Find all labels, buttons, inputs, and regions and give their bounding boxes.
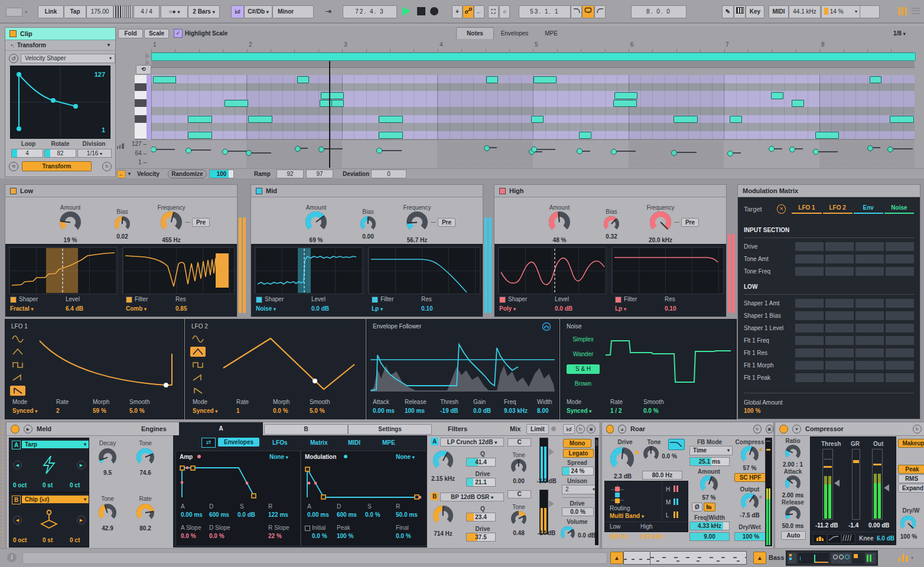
- roar-drive-knob[interactable]: [610, 447, 634, 471]
- out-meter[interactable]: [872, 449, 883, 520]
- midi-note[interactable]: [225, 100, 248, 107]
- shaper-display[interactable]: [498, 247, 607, 294]
- mix-b-tone-knob[interactable]: [511, 511, 526, 526]
- piano-key[interactable]: [135, 107, 147, 116]
- hot-swap-icon[interactable]: ↻: [913, 425, 922, 434]
- lane-collapse-icon[interactable]: ←: [117, 170, 126, 178]
- rate-knob[interactable]: [136, 504, 154, 522]
- expand-icon[interactable]: ▲: [618, 425, 626, 434]
- matrix-cell[interactable]: [795, 361, 824, 370]
- device-chain-thumbnail[interactable]: [786, 550, 878, 566]
- device-on-toggle[interactable]: [779, 425, 788, 434]
- out-drive-field[interactable]: 0.0 %: [562, 507, 594, 516]
- engine-b-select[interactable]: Chip (♭♯)▾: [22, 496, 89, 503]
- piano-key[interactable]: [135, 131, 147, 140]
- ramp-start-field[interactable]: 92: [276, 170, 304, 178]
- velocity-marker[interactable]: [484, 145, 490, 151]
- matrix-cell[interactable]: [855, 255, 884, 263]
- env-thresh[interactable]: -19 dB: [440, 408, 458, 414]
- compress-knob[interactable]: [741, 446, 759, 464]
- filter-res[interactable]: 0.10: [665, 305, 676, 312]
- filter-type-select[interactable]: Lp ▾: [615, 305, 626, 312]
- matrix-cell[interactable]: [886, 267, 914, 276]
- matrix-cell[interactable]: [795, 336, 824, 345]
- square-wave-icon[interactable]: [190, 360, 206, 370]
- device-on-toggle[interactable]: [606, 425, 614, 434]
- thresh-meter[interactable]: [822, 449, 833, 520]
- velocity-marker[interactable]: [671, 150, 677, 156]
- output-knob[interactable]: [741, 493, 759, 511]
- reload-tool-icon[interactable]: ↺: [9, 54, 18, 63]
- bias-value[interactable]: 0.00: [355, 233, 381, 240]
- peak-button[interactable]: Peak: [898, 465, 924, 474]
- frequency-knob[interactable]: [161, 211, 182, 233]
- amount-knob[interactable]: [549, 211, 570, 233]
- hot-swap-icon[interactable]: ↻: [753, 425, 761, 434]
- triangle-wave-icon[interactable]: [10, 347, 25, 357]
- amount-knob[interactable]: [305, 211, 327, 233]
- hot-swap-icon[interactable]: ↻: [576, 425, 585, 434]
- bias-value[interactable]: 0.02: [109, 233, 135, 240]
- bias-knob[interactable]: [115, 216, 130, 232]
- velocity-marker[interactable]: [151, 146, 157, 152]
- frequency-value[interactable]: 20.0 kHz: [639, 237, 682, 243]
- play-button[interactable]: [402, 6, 411, 16]
- filter-display[interactable]: [368, 247, 480, 294]
- matrix-cell[interactable]: [855, 336, 884, 345]
- velocity-marker[interactable]: [222, 149, 228, 155]
- lfo1-graph[interactable]: [32, 331, 179, 394]
- bias-knob[interactable]: [360, 216, 376, 232]
- scale-icon[interactable]: ♭♯: [231, 5, 244, 18]
- rms-button[interactable]: RMS: [898, 474, 924, 483]
- clip-overview-toggle-icon[interactable]: ▲: [610, 552, 623, 564]
- env-attack[interactable]: 0.00 ms: [373, 408, 395, 414]
- lfo2-rate[interactable]: 1: [236, 408, 240, 414]
- limit-button[interactable]: Limit: [526, 424, 549, 434]
- midi-note[interactable]: [533, 76, 557, 83]
- scale-fold-button[interactable]: Scale: [144, 29, 169, 38]
- matrix-cell[interactable]: [795, 299, 824, 308]
- matrix-cell[interactable]: [825, 255, 854, 263]
- global-amount-value[interactable]: 100 %: [744, 408, 914, 414]
- fb-display-button[interactable]: [704, 503, 715, 511]
- matrix-cell[interactable]: [855, 267, 884, 276]
- thresh-handle[interactable]: [834, 480, 840, 487]
- tone-a-knob[interactable]: [136, 448, 154, 466]
- beat-ruler[interactable]: 12345678: [151, 39, 915, 53]
- velocity-lane[interactable]: [151, 141, 915, 168]
- piano-roll-grid[interactable]: [151, 75, 915, 140]
- save-preset-icon[interactable]: ▣: [766, 425, 773, 434]
- midi-note[interactable]: [771, 92, 783, 99]
- matrix-cell[interactable]: [825, 242, 854, 251]
- piano-key[interactable]: [135, 75, 147, 84]
- roar-drive[interactable]: 2.3 dB: [609, 473, 636, 480]
- engine-a-prev-icon[interactable]: ◀: [13, 461, 22, 470]
- velocity-marker[interactable]: [246, 150, 252, 156]
- midi-note[interactable]: [331, 100, 344, 107]
- lfo1-rate[interactable]: 2: [56, 408, 60, 414]
- shaper-level[interactable]: 0.0 dB: [555, 305, 572, 312]
- makeup-button[interactable]: Makeup: [898, 439, 924, 448]
- phase-invert-button[interactable]: Ø: [692, 503, 702, 511]
- frequency-value[interactable]: 56.7 Hz: [396, 237, 438, 243]
- track-name[interactable]: Bass: [769, 554, 784, 561]
- mod-sustain[interactable]: 0.0 %: [365, 511, 380, 518]
- out-gain-handle[interactable]: [884, 484, 889, 491]
- thresh-value[interactable]: -11.2 dB: [815, 522, 838, 529]
- key-map-button[interactable]: Key: [746, 5, 764, 18]
- matrix-cell[interactable]: [825, 311, 854, 320]
- shaper-display[interactable]: [255, 247, 363, 294]
- sidechain-view-button[interactable]: [841, 534, 855, 543]
- clip-header[interactable]: Clip: [5, 28, 115, 40]
- shaper-type-select[interactable]: Noise ▾: [256, 305, 276, 312]
- nudge-down-icon[interactable]: [113, 5, 123, 18]
- record-button[interactable]: [430, 7, 438, 15]
- amp-release[interactable]: 122 ms: [268, 511, 288, 518]
- meld-tab-a[interactable]: A: [179, 422, 263, 435]
- punch-out-icon[interactable]: [594, 5, 606, 18]
- groove-menu[interactable]: ○● ▾: [161, 5, 188, 18]
- piano-key[interactable]: [135, 115, 147, 124]
- meld-tab-b[interactable]: B: [264, 424, 348, 435]
- shaper-level[interactable]: 6.4 dB: [66, 305, 83, 312]
- midi-note[interactable]: [379, 116, 403, 123]
